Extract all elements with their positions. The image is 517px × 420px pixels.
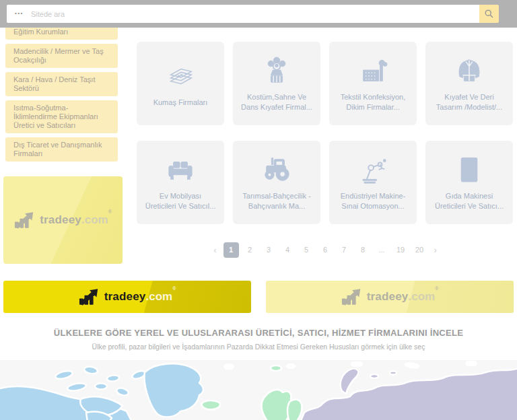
pagination-page-19[interactable]: 19 bbox=[393, 242, 409, 258]
pagination-page-6[interactable]: 6 bbox=[318, 242, 333, 258]
costume-icon bbox=[263, 55, 291, 88]
vending-machine-icon bbox=[456, 153, 483, 187]
category-card-kiyafet[interactable]: Kıyafet Ve Deri Tasarım /Modelist/... bbox=[425, 42, 513, 125]
pagination-ellipsis: ... bbox=[374, 242, 390, 258]
sidebar-item-madencilik[interactable]: Madencilik / Mermer ve Taş Ocakçılığı bbox=[5, 44, 118, 68]
topbar: ••• bbox=[0, 0, 517, 28]
tradeey-logo: tradeey.com® bbox=[341, 289, 439, 306]
category-label: Endüstriyel Makine- Sınai Otomasyon... bbox=[336, 191, 410, 211]
category-card-mobilya[interactable]: Ev Mobilyası Üreticileri Ve Satıcıl... bbox=[137, 141, 224, 224]
tractor-icon bbox=[261, 153, 292, 187]
robot-arm-icon bbox=[357, 153, 388, 187]
tradeey-logo: tradeey.com® bbox=[79, 289, 176, 306]
ad-banner-side[interactable]: tradeey.com® bbox=[3, 176, 123, 264]
fabric-icon bbox=[165, 60, 196, 94]
category-label: Tarımsal-Bahçecilik -Bahçıvanlık Ma... bbox=[240, 191, 314, 211]
search-input[interactable] bbox=[7, 5, 479, 23]
category-card-endustriyel[interactable]: Endüstriyel Makine- Sınai Otomasyon... bbox=[329, 141, 417, 224]
sidebar-item-isitma[interactable]: Isıtma-Soğutma-İklimlendirme Ekipmanları… bbox=[5, 100, 118, 133]
category-card-kostum[interactable]: Kostüm,Sahne Ve Dans Kıyafet Firmal... bbox=[233, 42, 320, 125]
search-icon bbox=[485, 9, 493, 18]
sidebar-item-tasit[interactable]: Kara / Hava / Deniz Taşıt Sektörü bbox=[5, 72, 118, 96]
factory-icon bbox=[358, 55, 388, 88]
sofa-icon bbox=[165, 153, 196, 187]
category-sidebar: Eğitim Kurumları Madencilik / Mermer ve … bbox=[5, 24, 118, 166]
bar-chart-arrow-icon bbox=[79, 289, 100, 306]
pagination-page-8[interactable]: 8 bbox=[355, 242, 371, 258]
leather-jacket-icon bbox=[454, 55, 484, 88]
pagination-page-20[interactable]: 20 bbox=[412, 242, 427, 258]
pagination-page-5[interactable]: 5 bbox=[299, 242, 314, 258]
category-card-gida[interactable]: Gıda Makinesi Üreticileri Ve Satıcı... bbox=[425, 141, 513, 224]
pagination-page-1[interactable]: 1 bbox=[223, 242, 239, 258]
section-subtitle: Ülke profili, pazar bilgileri ve İşadaml… bbox=[0, 343, 517, 351]
category-label: Kıyafet Ve Deri Tasarım /Modelist/... bbox=[432, 92, 506, 112]
world-map[interactable] bbox=[0, 360, 517, 420]
pagination-page-2[interactable]: 2 bbox=[242, 242, 258, 258]
category-label: Tekstil Konfeksiyon, Dikim Firmalar... bbox=[336, 92, 410, 112]
pagination-prev[interactable]: ‹ bbox=[210, 245, 219, 255]
tradeey-logo: tradeey.com® bbox=[14, 212, 112, 229]
category-label: Kostüm,Sahne Ve Dans Kıyafet Firmal... bbox=[240, 92, 314, 112]
pagination: ‹ 1 2 3 4 5 6 7 8 ... 19 20 › bbox=[137, 242, 514, 258]
pagination-page-7[interactable]: 7 bbox=[337, 242, 352, 258]
world-map-graphic bbox=[0, 360, 517, 420]
pagination-page-4[interactable]: 4 bbox=[280, 242, 296, 258]
category-label: Ev Mobilyası Üreticileri Ve Satıcıl... bbox=[143, 191, 217, 211]
search-bar: ••• bbox=[7, 5, 499, 23]
category-card-tekstil[interactable]: Tekstil Konfeksiyon, Dikim Firmalar... bbox=[329, 42, 417, 125]
bar-chart-arrow-icon bbox=[14, 212, 36, 229]
pagination-page-3[interactable]: 3 bbox=[261, 242, 277, 258]
search-button[interactable] bbox=[479, 5, 499, 23]
category-label: Gıda Makinesi Üreticileri Ve Satıcı... bbox=[432, 191, 506, 211]
ad-banner-bottom-left[interactable]: tradeey.com® bbox=[3, 281, 251, 313]
bar-chart-arrow-icon bbox=[341, 289, 363, 306]
sidebar-item-dis-ticaret[interactable]: Dış Ticaret ve Danışmanlık Firmaları bbox=[5, 137, 118, 162]
pagination-next[interactable]: › bbox=[431, 245, 440, 255]
section-title: ÜLKELERE GÖRE YEREL VE ULUSLARARASI ÜRET… bbox=[0, 328, 517, 338]
category-card-tarim[interactable]: Tarımsal-Bahçecilik -Bahçıvanlık Ma... bbox=[233, 141, 320, 224]
category-label: Kumaş Firmaları bbox=[153, 98, 208, 108]
ad-banner-bottom-right[interactable]: tradeey.com® bbox=[266, 281, 514, 313]
category-card-kumas[interactable]: Kumaş Firmaları bbox=[137, 42, 224, 125]
page: ••• Eğitim Kurumları Madencilik / Mermer… bbox=[0, 0, 517, 420]
